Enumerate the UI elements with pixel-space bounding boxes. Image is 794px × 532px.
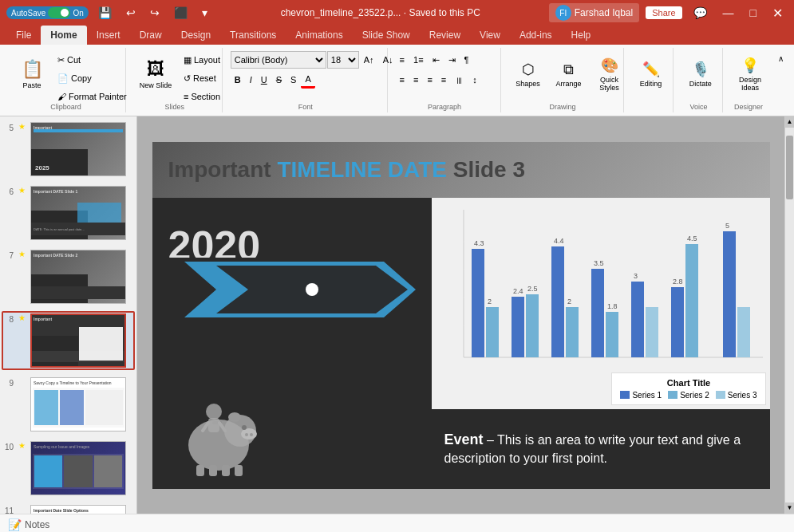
event-label: Event: [444, 432, 484, 447]
slide-thumb-7[interactable]: 7 ★ Important DATE Slide 2 2025: [2, 247, 135, 306]
scroll-down-button[interactable]: ▼: [785, 502, 794, 514]
cut-button[interactable]: ✂ Cut: [53, 51, 131, 69]
present-button[interactable]: ⬛: [169, 5, 192, 21]
shapes-label: Shapes: [516, 80, 540, 88]
justify-button[interactable]: ≡: [437, 71, 450, 89]
tab-insert[interactable]: Insert: [87, 26, 130, 45]
tab-animations[interactable]: Animations: [286, 26, 352, 45]
underline-button[interactable]: U: [257, 71, 271, 89]
redo-button[interactable]: ↪: [145, 5, 164, 21]
slide-canvas[interactable]: Important TIMELINE DATE Slide 3 2020: [152, 142, 770, 489]
align-right-button[interactable]: ≡: [423, 71, 436, 89]
autosave-badge[interactable]: AutoSave On: [6, 6, 89, 19]
tab-design[interactable]: Design: [172, 26, 220, 45]
slide-thumb-10[interactable]: 10 ★ Sampling our Issue and Images: [2, 439, 135, 498]
layout-button[interactable]: ▦ Layout: [180, 51, 224, 69]
bullet-list-button[interactable]: ≡: [396, 51, 409, 69]
avatar: FI: [555, 5, 571, 21]
slide-thumb-8[interactable]: 8 ★ Important 2020: [2, 311, 135, 370]
slide-thumb-5[interactable]: 5 ★ Important 2025: [2, 120, 135, 179]
svg-rect-30: [512, 297, 524, 357]
new-slide-label: New Slide: [140, 81, 172, 89]
tab-view[interactable]: View: [470, 26, 510, 45]
increase-font-button[interactable]: A↑: [360, 51, 378, 69]
scroll-up-button[interactable]: ▲: [785, 116, 794, 128]
undo-button[interactable]: ↩: [121, 5, 140, 21]
line-spacing-button[interactable]: ↕: [468, 71, 481, 89]
slide-thumb-9[interactable]: 9 ★ Savoy Copy a Timeline to Your Presen…: [2, 375, 135, 434]
vertical-scrollbar[interactable]: ▲ ▼: [784, 116, 794, 514]
user-area[interactable]: FI Farshad Iqbal: [549, 3, 639, 22]
svg-text:5: 5: [725, 222, 729, 230]
tab-draw[interactable]: Draw: [130, 26, 172, 45]
ribbon-group-editing: ✏️ Editing: [626, 48, 674, 112]
bold-button[interactable]: B: [231, 71, 245, 89]
star-9: ★: [18, 377, 26, 386]
copy-button[interactable]: 📄 Copy: [53, 69, 131, 87]
arrange-label: Arrange: [556, 80, 582, 88]
numbered-list-button[interactable]: 1≡: [409, 51, 428, 69]
customize-button[interactable]: ▾: [197, 5, 212, 21]
slide-img-11: Important Date Slide Options This is tex…: [30, 505, 126, 514]
filename: chevron_timeline_23522.p... · Saved to t…: [281, 7, 480, 18]
shadow-button[interactable]: S: [286, 71, 300, 89]
svg-rect-44: [646, 307, 658, 357]
design-ideas-button[interactable]: 💡 Design Ideas: [731, 51, 769, 97]
title-bar-right: FI Farshad Iqbal Share 💬 — □ ✕: [549, 3, 788, 22]
tab-review[interactable]: Review: [420, 26, 470, 45]
svg-point-8: [242, 425, 247, 430]
editing-label: Editing: [640, 80, 662, 88]
scroll-thumb[interactable]: [786, 136, 793, 199]
save-button[interactable]: 💾: [93, 5, 117, 21]
title-highlighted: TIMELINE DATE: [277, 157, 447, 182]
legend-label-3: Series 3: [728, 391, 757, 400]
comments-button[interactable]: 💬: [689, 5, 712, 21]
legend-color-2: [668, 391, 677, 399]
svg-rect-14: [235, 465, 243, 476]
ribbon-group-voice: 🎙️ Dictate Voice: [675, 48, 723, 112]
slide-right-section: 4.3 2 2.4 2.5: [432, 198, 770, 489]
align-left-button[interactable]: ≡: [396, 71, 409, 89]
strikethrough-button[interactable]: S: [272, 71, 286, 89]
slide-thumb-6[interactable]: 6 ★ Important DATE Slide 1 2025 DATE: Th…: [2, 183, 135, 242]
ribbon-collapse-button[interactable]: ∧: [774, 51, 788, 65]
editing-button[interactable]: ✏️ Editing: [632, 51, 670, 97]
autosave-toggle[interactable]: [48, 7, 70, 18]
tab-help[interactable]: Help: [562, 26, 601, 45]
tab-transitions[interactable]: Transitions: [220, 26, 286, 45]
notes-bar[interactable]: 📝 Notes: [0, 514, 794, 532]
slide-body: 2020: [152, 198, 770, 489]
tab-addins[interactable]: Add-ins: [510, 26, 562, 45]
font-color-button[interactable]: A: [301, 71, 314, 89]
shapes-button[interactable]: ⬡ Shapes: [509, 51, 547, 97]
new-slide-icon: 🖼: [147, 59, 164, 80]
font-size-select[interactable]: 18: [327, 51, 359, 69]
dictate-button[interactable]: 🎙️ Dictate: [681, 51, 720, 97]
paragraph-options-button[interactable]: ¶: [460, 51, 473, 69]
font-family-select[interactable]: Calibri (Body): [231, 51, 326, 69]
event-text: Event – This is an area to write your te…: [444, 430, 757, 468]
increase-indent-button[interactable]: ⇥: [444, 51, 460, 69]
slide-thumb-11[interactable]: 11 ★ Important Date Slide Options This i…: [2, 502, 135, 514]
columns-button[interactable]: ⫼: [451, 71, 468, 89]
arrange-button[interactable]: ⧉ Arrange: [550, 51, 588, 97]
tab-slideshow[interactable]: Slide Show: [353, 26, 420, 45]
star-11: ★: [18, 505, 26, 514]
tab-file[interactable]: File: [6, 26, 41, 45]
align-center-button[interactable]: ≡: [409, 71, 422, 89]
slide-title-text: Important TIMELINE DATE Slide 3: [168, 157, 526, 183]
share-button[interactable]: Share: [646, 6, 681, 19]
new-slide-button[interactable]: 🖼 New Slide: [134, 51, 177, 97]
paste-button[interactable]: 📋 Paste: [13, 51, 51, 97]
maximize-button[interactable]: □: [745, 5, 761, 21]
svg-rect-51: [737, 307, 750, 357]
italic-button[interactable]: I: [246, 71, 256, 89]
title-bar-left: AutoSave On 💾 ↩ ↪ ⬛ ▾: [6, 5, 212, 21]
quick-styles-button[interactable]: 🎨 Quick Styles: [591, 51, 629, 97]
tab-home[interactable]: Home: [41, 26, 86, 45]
decrease-indent-button[interactable]: ⇤: [429, 51, 444, 69]
close-button[interactable]: ✕: [768, 4, 788, 22]
svg-text:2: 2: [567, 298, 571, 305]
minimize-button[interactable]: —: [718, 5, 739, 21]
reset-button[interactable]: ↺ Reset: [180, 69, 224, 87]
